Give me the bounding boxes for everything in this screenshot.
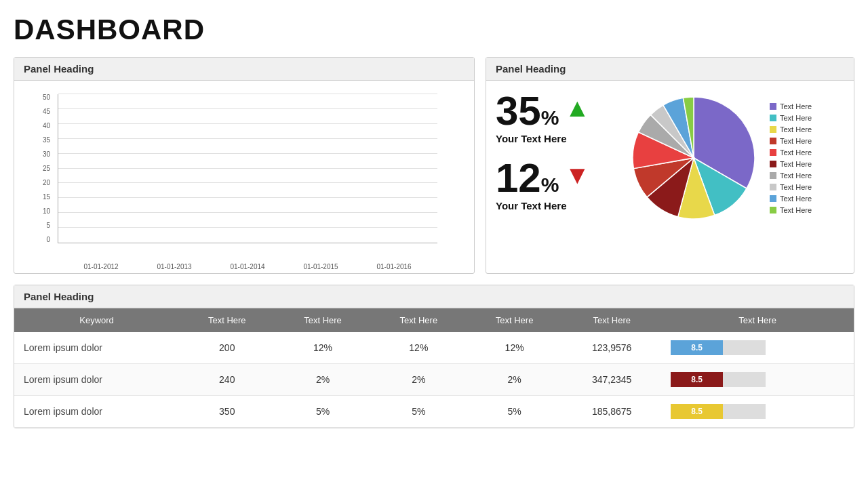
table-cell: Lorem ipsum dolor [14,364,179,396]
stat-label-2: Your Text Here [496,200,618,211]
table-header-cell: Text Here [467,308,562,332]
legend-label: Text Here [780,183,812,191]
table-body-rows: Lorem ipsum dolor20012%12%12%123,9576 8.… [14,332,854,428]
legend-color [770,172,776,179]
pie-chart-panel: Panel Heading 35% ▲ Your Text Here 12% ▼ [486,57,854,274]
table-header-cell: Text Here [179,308,275,332]
legend-color [770,195,776,202]
legend-item: Text Here [770,160,844,168]
arrow-up-icon: ▲ [564,94,590,123]
stat-number-2: 12% [496,158,559,199]
stat-block-2: 12% ▼ Your Text Here [496,158,618,211]
table-cell: Lorem ipsum dolor [14,332,179,364]
legend-color [770,161,776,167]
table-cell: 2% [275,364,370,396]
legend-label: Text Here [780,125,812,134]
progress-bar-container: 8.5 [671,372,766,387]
stats-section: 35% ▲ Your Text Here 12% ▼ Your Text Her… [496,91,618,225]
page-title: DASHBOARD [14,14,854,46]
progress-bar-fill: 8.5 [671,404,723,419]
table-cell: 2% [467,364,562,396]
progress-bar-cell: 8.5 [661,332,854,364]
arrow-down-icon: ▼ [564,161,590,190]
table-row: Lorem ipsum dolor2402%2%2%347,2345 8.5 [14,364,854,396]
legend-label: Text Here [780,206,812,214]
chart-area [58,94,437,243]
progress-bar-fill: 8.5 [671,372,723,387]
legend-color [770,138,776,144]
table-header-cell: Text Here [661,308,854,332]
legend-item: Text Here [770,206,844,214]
progress-bar-cell: 8.5 [661,364,854,396]
progress-bar-container: 8.5 [671,340,766,355]
legend-label: Text Here [780,195,812,203]
legend-color [770,207,776,214]
legend-label: Text Here [780,102,812,110]
y-axis-labels: 0 5 10 15 20 25 30 35 40 45 50 [24,94,54,243]
pie-panel-body: 35% ▲ Your Text Here 12% ▼ Your Text Her… [486,81,854,235]
legend-item: Text Here [770,114,844,122]
stat-block-1: 35% ▲ Your Text Here [496,91,618,144]
legend-label: Text Here [780,148,812,157]
table-panel-heading: Panel Heading [14,285,854,308]
table-cell: 5% [371,396,467,428]
progress-bar-fill: 8.5 [671,340,723,355]
table-header-row: KeywordText HereText HereText HereText H… [14,308,854,332]
legend-item: Text Here [770,125,844,134]
x-axis-labels: 01-01-2012 01-01-2013 01-01-2014 01-01-2… [58,263,437,270]
progress-bar-cell: 8.5 [661,396,854,428]
table-cell: 123,9576 [562,332,661,364]
stat-label-1: Your Text Here [496,133,618,144]
table-cell: 2% [371,364,467,396]
bar-chart-panel-heading: Panel Heading [14,58,474,81]
bar-chart-container: 0 5 10 15 20 25 30 35 40 45 50 [24,87,465,270]
table-cell: 12% [467,332,562,364]
legend-item: Text Here [770,102,844,110]
legend-item: Text Here [770,183,844,191]
pie-section [625,90,763,226]
legend-color [770,115,776,121]
table-header-cell: Text Here [371,308,467,332]
legend-label: Text Here [780,137,812,145]
table-cell: 200 [179,332,275,364]
table-cell: 347,2345 [562,364,661,396]
legend-color [770,126,776,133]
table-cell: 350 [179,396,275,428]
legend-item: Text Here [770,171,844,180]
bar-groups [58,94,437,243]
table-body: KeywordText HereText HereText HereText H… [14,308,854,428]
table-row: Lorem ipsum dolor20012%12%12%123,9576 8.… [14,332,854,364]
table-header-cell: Keyword [14,308,179,332]
legend-color [770,149,776,156]
pie-chart-svg [626,90,762,226]
top-row: Panel Heading 0 5 10 15 20 25 30 35 40 4… [14,57,854,274]
progress-bar-container: 8.5 [671,404,766,419]
table-cell: 5% [275,396,370,428]
table-cell: 5% [467,396,562,428]
table-row: Lorem ipsum dolor3505%5%5%185,8675 8.5 [14,396,854,428]
table-cell: Lorem ipsum dolor [14,396,179,428]
table-cell: 12% [275,332,370,364]
legend-item: Text Here [770,148,844,157]
table-cell: 12% [371,332,467,364]
data-table: KeywordText HereText HereText HereText H… [14,308,854,428]
table-panel: Panel Heading KeywordText HereText HereT… [14,285,854,428]
legend-item: Text Here [770,137,844,145]
table-header-cell: Text Here [562,308,661,332]
legend-label: Text Here [780,114,812,122]
stat-number-1: 35% [496,91,559,131]
legend-label: Text Here [780,160,812,168]
table-header-cell: Text Here [275,308,370,332]
legend-label: Text Here [780,171,812,180]
pie-chart-panel-heading: Panel Heading [486,58,854,81]
legend-item: Text Here [770,195,844,203]
bar-chart-panel: Panel Heading 0 5 10 15 20 25 30 35 40 4… [14,57,475,274]
legend-section: Text HereText HereText HereText HereText… [770,102,844,214]
legend-color [770,184,776,190]
table-cell: 240 [179,364,275,396]
table-cell: 185,8675 [562,396,661,428]
legend-color [770,103,776,110]
